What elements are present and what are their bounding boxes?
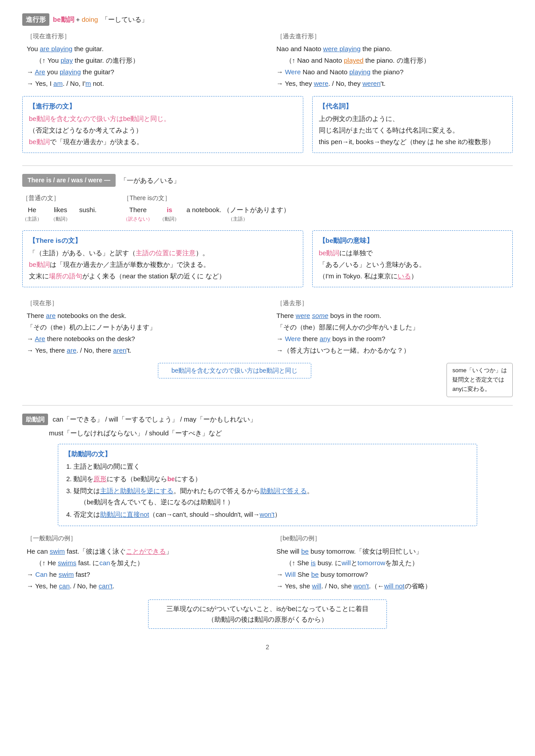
there-box-line3: 文末に場所の語句がよく来る（near the station 駅の近くに など）	[29, 271, 297, 281]
current-progressive-col: ［現在進行形］ You are playing the guitar. （↑ Y…	[22, 31, 263, 90]
section-progressive: 進行形 be動詞 + doing 「ーしている」 ［現在進行形］ You are…	[22, 13, 513, 157]
aux-item-4: 否定文は助動詞に直接not（can→can't, should→shouldn'…	[73, 509, 471, 520]
may-label: / may「ーかもしれない」	[180, 415, 257, 423]
be-line1: be動詞には単独で	[319, 248, 506, 258]
current-line1: You are playing the guitar.	[27, 44, 259, 54]
section-there-is: There is / are / was / were ― 「一がある／いる」 …	[22, 174, 513, 397]
be-verb-col: ［be動詞の例］ She will be busy tomorrow.「彼女は明…	[272, 533, 513, 592]
there-p3: → Were there any boys in the room?	[277, 334, 509, 344]
section-auxiliary: 助動詞 can「ーできる」 / will「ーするでしょう」 / may「ーかもし…	[22, 414, 513, 633]
normal-verb-label: （動詞）	[51, 215, 70, 223]
box-progressive-content: 【進行形の文】 be動詞を含む文なので扱い方はbe動詞と同じ。 （否定文はどうな…	[22, 96, 303, 153]
there-current-col: ［現在形］ There are notebooks on the desk. 「…	[22, 298, 263, 357]
past-label: ［過去進行形］	[277, 31, 509, 41]
there-word: There	[129, 205, 147, 215]
aux-list: 主語と動詞の間に置く 動詞を原形にする（be動詞ならbeにする） 疑問文は主語と…	[64, 461, 471, 520]
aux-item-3: 疑問文は主語と助動詞を逆にする。聞かれたもので答えるから助動詞で答える。 （be…	[73, 486, 471, 507]
aux-item-1: 主語と動詞の間に置く	[73, 461, 471, 472]
box-there-is-title: 【There isの文】	[29, 235, 297, 246]
general-verb-col: ［一般動詞の例］ He can swim fast.「彼は速く泳ぐことができる」…	[22, 533, 263, 592]
gen-line4: → Yes, he can. / No, he can't.	[27, 581, 259, 591]
is-word-group: is （動詞）	[160, 205, 179, 223]
gen-line3: → Can he swim fast?	[27, 569, 259, 580]
formula-meaning: 「ーしている」	[101, 14, 148, 25]
box-progressive-sentence: 【進行形の文】 be動詞を含む文なので扱い方はbe動詞と同じ。 （否定文はどうな…	[22, 96, 303, 157]
general-label: ［一般動詞の例］	[27, 533, 259, 543]
must-label: must「ーしなければならない」	[49, 429, 144, 437]
section-heading: 進行形 be動詞 + doing 「ーしている」	[22, 13, 513, 26]
current-label: ［現在進行形］	[27, 31, 259, 41]
aux-box: 【助動詞の文】 主語と動詞の間に置く 動詞を原形にする（be動詞ならbeにする）…	[58, 444, 477, 526]
past-line1: Nao and Naoto were playing the piano.	[277, 44, 509, 54]
normal-subject-group: He （主語）	[22, 205, 42, 223]
divider2	[22, 405, 513, 406]
aux-title: 助動詞	[22, 414, 48, 425]
box-be-meaning-title: 【be動詞の意味】	[319, 235, 506, 246]
current-line3: → Are you playing the guitar?	[27, 67, 259, 77]
bottom-note-wrapper: 三単現なのにsがついていないこと、isがbeになっていることに着目 （助動詞の後…	[22, 599, 513, 633]
there-is-examples: ［現在形］ There are notebooks on the desk. 「…	[22, 298, 513, 357]
normal-subject: He	[28, 205, 36, 215]
formula-be: be動詞 + doing	[53, 14, 98, 25]
be-line2: 「ある／いる」という意味がある。	[319, 259, 506, 270]
there-is-sentence: ［There isの文］ There （訳さない） is （動詞） a note…	[123, 193, 290, 223]
is-label: （動詞）	[160, 215, 179, 223]
notebook-group: a notebook. （ノートがあります） （主語）	[186, 205, 290, 223]
aux-box-wrapper: 【助動詞の文】 主語と動詞の間に置く 動詞を原形にする（be動詞ならbeにする）…	[22, 444, 513, 526]
there-past-col: ［過去形］ There were some boys in the room. …	[272, 298, 513, 357]
there-c1: There are notebooks on the desk.	[27, 310, 259, 321]
box-progressive-line1: be動詞を含む文なので扱い方はbe動詞と同じ。	[29, 113, 297, 124]
normal-obj-group: sushi.	[79, 205, 97, 215]
notebook-text: a notebook. （ノートがあります）	[186, 205, 290, 215]
sentence-comparison: ［普通の文］ He （主語） likes （動詞） sushi. ［There …	[22, 193, 513, 223]
there-is-meaning: 「一がある／いる」	[120, 175, 180, 186]
should-label: / should「ーすべき」など	[145, 429, 222, 437]
there-c2: 「その（the）机の上にノートがあります」	[27, 322, 259, 333]
bottom-note-box: 三単現なのにsがついていないこと、isがbeになっていることに着目 （助動詞の後…	[148, 599, 387, 629]
be-line2: （↑ She is busy. にwillとtomorrowを加えた）	[277, 558, 509, 568]
divider1	[22, 165, 513, 166]
there-p4: →（答え方はいつもと一緒。わかるかな？）	[277, 345, 509, 356]
aux-examples: ［一般動詞の例］ He can swim fast.「彼は速く泳ぐことができる」…	[22, 533, 513, 592]
be-line3: → Will She be busy tomorrow?	[277, 569, 509, 580]
guitar-rest: the guitar.	[72, 45, 104, 52]
box-be-meaning: 【be動詞の意味】 be動詞には単独で 「ある／いる」という意味がある。 （I'…	[312, 230, 513, 292]
center-box-wrapper: be動詞を含む文なので扱い方はbe動詞と同じ	[22, 363, 447, 378]
section-title: 進行形	[22, 13, 49, 26]
aux-item-2: 動詞を原形にする（be動詞ならbeにする）	[73, 474, 471, 485]
there-label: ［There isの文］	[123, 193, 290, 203]
pronoun-line1: 上の例文の主語のように、	[319, 113, 506, 124]
box-there-is: 【There isの文】 「（主語）がある、いる」と訳す（主語の位置に要注意）。…	[22, 230, 303, 292]
there-word-group: There （訳さない）	[123, 205, 153, 223]
auxiliary-heading: 助動詞 can「ーできる」 / will「ーするでしょう」 / may「ーかもし…	[22, 414, 513, 425]
box-be-meaning-content: 【be動詞の意味】 be動詞には単独で 「ある／いる」という意味がある。 （I'…	[312, 230, 513, 287]
there-is-heading: There is / are / was / were ― 「一がある／いる」	[22, 174, 513, 186]
some-any-note: some「いくつか」は疑問文と否定文ではanyに変わる。	[447, 363, 513, 397]
past-line3: → Were Nao and Naoto playing the piano?	[277, 67, 509, 77]
normal-label: ［普通の文］	[22, 193, 97, 203]
there-box-line2: be動詞は「現在か過去か／主語が単数か複数か」で決まる。	[29, 259, 297, 270]
bottom-note-line1: 三単現なのにsがついていないこと、isがbeになっていることに着目	[166, 603, 369, 614]
auxiliary-line2: must「ーしなければならない」 / should「ーすべき」など	[22, 428, 513, 438]
aux-box-title: 【助動詞の文】	[64, 449, 471, 459]
pronoun-line2: 同じ名詞がまた出てくる時は代名詞に変える。	[319, 125, 506, 136]
normal-verb: likes	[54, 205, 67, 215]
pronoun-line3: this pen→it, books→theyなど（they は he she …	[319, 137, 506, 147]
will-label: / will「ーするでしょう」	[105, 415, 178, 423]
progressive-boxes: 【進行形の文】 be動詞を含む文なので扱い方はbe動詞と同じ。 （否定文はどうな…	[22, 96, 513, 157]
box-pronoun: 【代名詞】 上の例文の主語のように、 同じ名詞がまた出てくる時は代名詞に変える。…	[312, 96, 513, 157]
there-is-boxes: 【There isの文】 「（主語）がある、いる」と訳す（主語の位置に要注意）。…	[22, 230, 513, 292]
box-progressive-line3: be動詞で「現在か過去か」が決まる。	[29, 137, 297, 147]
there-current-label: ［現在形］	[27, 298, 259, 308]
progressive-examples: ［現在進行形］ You are playing the guitar. （↑ Y…	[22, 31, 513, 90]
there-p1: There were some boys in the room.	[277, 310, 509, 321]
is-word: is	[167, 205, 173, 215]
there-sub-label: （訳さない）	[123, 215, 153, 223]
box-there-is-content: 【There isの文】 「（主語）がある、いる」と訳す（主語の位置に要注意）。…	[22, 230, 303, 287]
you-word: You	[27, 45, 40, 52]
normal-obj: sushi.	[79, 205, 97, 215]
past-line4: → Yes, they were. / No, they weren't.	[277, 78, 509, 89]
box-pronoun-content: 【代名詞】 上の例文の主語のように、 同じ名詞がまた出てくる時は代名詞に変える。…	[312, 96, 513, 153]
there-c4: → Yes, there are. / No, there aren't.	[27, 345, 259, 356]
can-label: can「ーできる」	[52, 415, 103, 423]
